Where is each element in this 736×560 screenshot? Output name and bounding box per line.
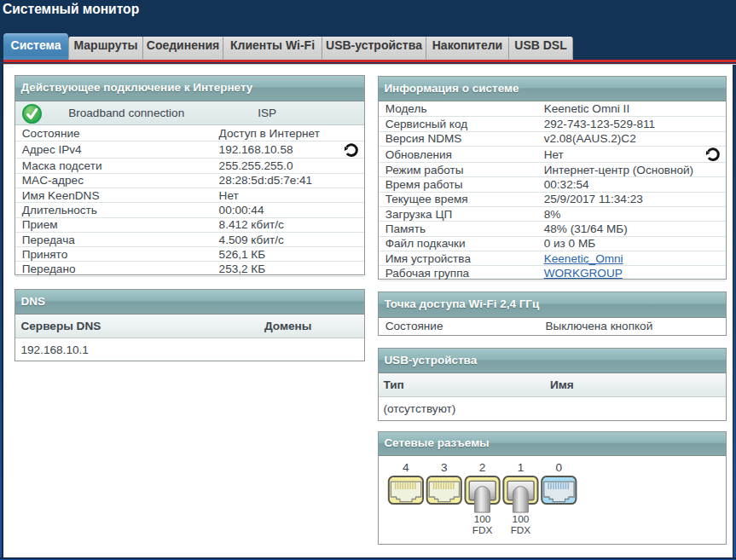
svg-text:FDX: FDX (472, 524, 493, 536)
svg-text:3: 3 (441, 461, 448, 474)
svg-text:FDX: FDX (511, 524, 531, 536)
svg-text:100: 100 (513, 513, 530, 525)
svg-text:0: 0 (556, 461, 563, 474)
svg-text:2: 2 (479, 461, 486, 474)
svg-text:1: 1 (518, 461, 524, 474)
svg-text:100: 100 (474, 513, 491, 525)
svg-text:4: 4 (403, 461, 409, 474)
